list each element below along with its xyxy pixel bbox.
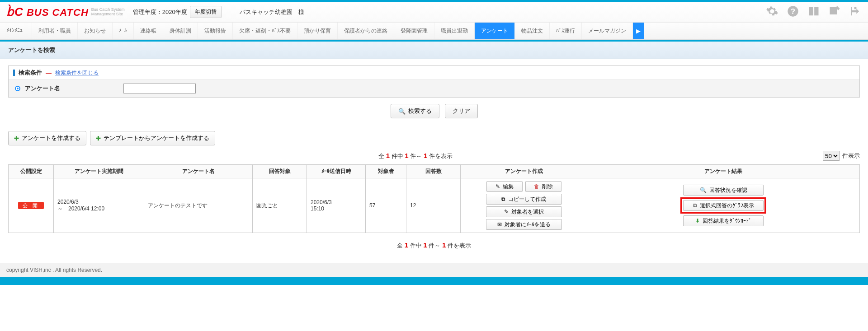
column-header: 回答対象 <box>253 165 307 178</box>
nav-item-3[interactable]: ﾒｰﾙ <box>113 23 134 39</box>
column-header: アンケート名 <box>144 165 253 178</box>
edit-icon[interactable] <box>828 5 841 19</box>
column-header: 公開設定 <box>9 165 54 178</box>
logo-mark: b̀C BUS CATCH <box>6 5 89 19</box>
pager-summary-top: 全 1 件中 1 件～ 1 件を表示 <box>8 152 823 160</box>
search-field-label: アンケート名 <box>25 84 60 93</box>
column-header: アンケート結果 <box>587 165 860 178</box>
nav-item-13[interactable]: 物品注文 <box>515 23 550 39</box>
period-cell: 2020/6/3～ 2020/6/4 12:00 <box>54 178 144 233</box>
column-header: 対象者 <box>366 165 406 178</box>
column-header: アンケート実施期間 <box>54 165 144 178</box>
plus-icon: ✚ <box>96 135 101 142</box>
pencil-icon: ✎ <box>495 183 500 190</box>
page-title: アンケートを検索 <box>0 42 868 59</box>
download-results-button[interactable]: ⬇回答結果をﾀﾞｳﾝﾛｰﾄﾞ <box>683 215 764 226</box>
nav-item-10[interactable]: 登降園管理 <box>394 23 434 39</box>
download-icon: ⬇ <box>695 218 700 224</box>
search-panel: 検索条件 — 検索条件を閉じる アンケート名 <box>8 65 860 98</box>
help-icon[interactable]: ? <box>787 5 799 19</box>
nav-item-5[interactable]: 身体計測 <box>163 23 198 39</box>
year-switch-button[interactable]: 年度切替 <box>190 6 222 18</box>
table-row: 公 開 2020/6/3～ 2020/6/4 12:00 アンケートのテストです… <box>9 178 860 233</box>
nav-item-4[interactable]: 連絡帳 <box>134 23 163 39</box>
delete-button[interactable]: 🗑削除 <box>525 181 561 192</box>
logo-subtitle: Bus Catch SystemManagement Site <box>91 8 125 17</box>
copy-icon: ⧉ <box>693 202 697 209</box>
search-icon: 🔍 <box>398 108 406 115</box>
search-head-title: 検索条件 <box>19 69 42 77</box>
survey-table: 公開設定アンケート実施期間アンケート名回答対象ﾒｰﾙ送信日時対象者回答数アンケー… <box>8 164 860 233</box>
send-mail-button[interactable]: ✉対象者にﾒｰﾙを送る <box>486 219 562 230</box>
year-label: 管理年度：2020年度 <box>133 8 187 16</box>
nav-item-7[interactable]: 欠席・遅刻・ﾊﾞｽ不要 <box>233 23 297 39</box>
select-target-button[interactable]: ✎対象者を選択 <box>486 206 562 217</box>
per-page-select[interactable]: 50 <box>823 151 840 161</box>
nav-next-arrow[interactable]: ▶ <box>633 23 644 39</box>
answer-status-button[interactable]: 🔍回答状況を確認 <box>683 185 764 196</box>
column-header: アンケート作成 <box>461 165 587 178</box>
nav-item-12[interactable]: アンケート <box>475 23 515 39</box>
nav-item-11[interactable]: 職員出退勤 <box>434 23 475 39</box>
logo: b̀C BUS CATCH Bus Catch SystemManagement… <box>6 5 125 19</box>
trash-icon: 🗑 <box>534 183 539 190</box>
highlighted-box: ⧉選択式回答のｸﾞﾗﾌ表示 <box>680 197 766 214</box>
survey-name-input[interactable] <box>123 84 196 93</box>
clear-button[interactable]: クリア <box>445 104 478 118</box>
publish-badge: 公 開 <box>18 202 44 209</box>
copy-create-button[interactable]: ⧉コピーして作成 <box>486 194 562 205</box>
target-cell: 園児ごと <box>253 178 307 233</box>
close-search-link[interactable]: 検索条件を閉じる <box>55 69 99 77</box>
answer-count-cell: 12 <box>406 178 461 233</box>
nav-item-14[interactable]: ﾊﾞｽ運行 <box>550 23 582 39</box>
nav-item-2[interactable]: お知らせ <box>78 23 113 39</box>
mail-sent-cell: 2020/6/315:10 <box>307 178 366 233</box>
search-icon: 🔍 <box>700 187 707 193</box>
book-icon[interactable] <box>807 5 820 19</box>
per-page-label: 件表示 <box>842 152 860 160</box>
create-from-template-button[interactable]: ✚テンプレートからアンケートを作成する <box>90 131 215 145</box>
pencil-icon: ✎ <box>504 209 509 215</box>
nav-item-1[interactable]: 利用者・職員 <box>32 23 78 39</box>
column-header: 回答数 <box>406 165 461 178</box>
nav-item-0[interactable]: ﾒｲﾝﾒﾆｭｰ <box>0 23 32 39</box>
svg-text:?: ? <box>791 7 795 15</box>
gear-icon[interactable] <box>766 5 778 19</box>
pager-summary-bottom: 全 1 件中 1 件～ 1 件を表示 <box>8 241 860 250</box>
column-header: ﾒｰﾙ送信日時 <box>307 165 366 178</box>
footer-copyright: copyright VISH,inc . All rights Reserved… <box>0 263 868 277</box>
target-count-cell: 57 <box>366 178 406 233</box>
school-name: バスキャッチ幼稚園 様 <box>240 8 304 16</box>
name-cell: アンケートのテストです <box>144 178 253 233</box>
create-survey-button[interactable]: ✚アンケートを作成する <box>8 131 86 145</box>
nav-item-6[interactable]: 活動報告 <box>198 23 233 39</box>
logout-icon[interactable] <box>849 5 862 19</box>
radio-selected-icon[interactable] <box>15 86 20 91</box>
main-nav: ﾒｲﾝﾒﾆｭｰ利用者・職員お知らせﾒｰﾙ連絡帳身体計測活動報告欠席・遅刻・ﾊﾞｽ… <box>0 22 868 40</box>
copy-icon: ⧉ <box>501 196 505 202</box>
mail-icon: ✉ <box>497 221 502 228</box>
nav-item-15[interactable]: メールマガジン <box>582 23 633 39</box>
nav-item-9[interactable]: 保護者からの連絡 <box>338 23 394 39</box>
nav-item-8[interactable]: 預かり保育 <box>297 23 338 39</box>
graph-display-button[interactable]: ⧉選択式回答のｸﾞﾗﾌ表示 <box>683 200 764 211</box>
edit-button[interactable]: ✎編集 <box>486 181 523 192</box>
plus-icon: ✚ <box>14 135 19 142</box>
header: b̀C BUS CATCH Bus Catch SystemManagement… <box>0 2 868 22</box>
search-button[interactable]: 🔍 検索する <box>391 104 439 118</box>
